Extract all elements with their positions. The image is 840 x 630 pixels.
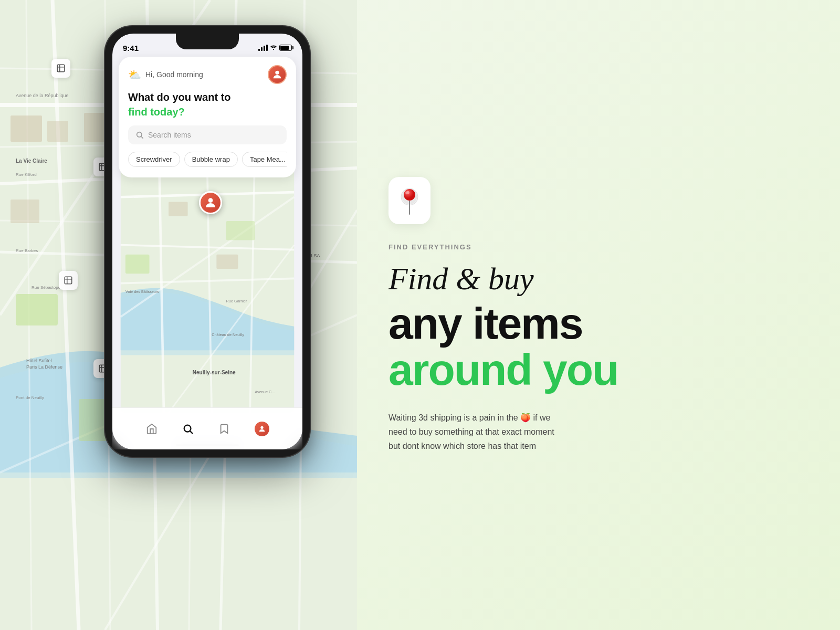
svg-rect-61 <box>226 221 255 240</box>
svg-rect-17 <box>16 294 58 326</box>
profile-avatar <box>255 422 269 436</box>
right-panel: FIND EVERYTHINGS Find & buy any items ar… <box>357 0 840 630</box>
svg-rect-60 <box>125 255 150 274</box>
svg-point-49 <box>137 132 142 137</box>
phone-notch <box>176 34 239 49</box>
bottom-tab-bar <box>112 407 302 449</box>
description-text: Waiting 3d shipping is a pain in the 🍑 i… <box>388 411 567 454</box>
svg-text:Avenue de la République: Avenue de la République <box>16 93 68 98</box>
greeting-text: Hi, Good morning <box>145 70 203 79</box>
svg-line-50 <box>141 136 143 139</box>
svg-rect-21 <box>10 116 42 142</box>
greeting-section: ⛅ Hi, Good morning <box>128 68 203 81</box>
phone-screen: 9:41 <box>112 34 302 449</box>
svg-text:Hôtel Sofitel: Hôtel Sofitel <box>26 358 52 363</box>
bookmark-icon <box>218 423 230 435</box>
tab-profile[interactable] <box>255 422 269 436</box>
headline-italic: Find & buy <box>388 261 798 296</box>
svg-text:La Vie Claire: La Vie Claire <box>16 158 47 164</box>
phone-map-svg: Neuilly-sur-Seine Château de Neuilly Voi… <box>112 149 302 413</box>
search-tab-icon <box>182 423 194 435</box>
headline-green: around you <box>388 348 798 392</box>
svg-text:Rue Sébastopol: Rue Sébastopol <box>32 285 61 290</box>
home-icon <box>146 423 158 435</box>
find-title: What do you want to <box>128 90 287 104</box>
svg-line-71 <box>190 431 193 434</box>
avatar[interactable] <box>268 65 287 84</box>
pin-icon-box <box>388 177 430 224</box>
search-icon <box>135 131 144 139</box>
tag-row: Screwdriver Bubble wrap Tape Mea... <box>128 152 287 167</box>
svg-text:Avenue C...: Avenue C... <box>255 390 275 394</box>
tab-search[interactable] <box>182 423 194 435</box>
status-time: 9:41 <box>123 44 139 52</box>
battery-icon <box>279 45 292 51</box>
svg-point-72 <box>260 426 263 428</box>
phone-mockup: 9:41 <box>105 26 315 457</box>
svg-rect-22 <box>47 121 68 142</box>
map-store-icon-3[interactable] <box>59 271 78 290</box>
svg-point-75 <box>404 189 415 201</box>
weather-icon: ⛅ <box>128 68 141 81</box>
phone-frame: 9:41 <box>105 26 310 457</box>
map-store-icon-1[interactable] <box>51 59 70 78</box>
find-subtitle: find today? <box>128 106 287 118</box>
search-bar[interactable]: Search items <box>128 125 287 144</box>
tag-tape[interactable]: Tape Mea... <box>242 152 287 167</box>
wifi-icon <box>270 44 277 52</box>
svg-point-69 <box>208 198 213 203</box>
svg-text:Paris La Défense: Paris La Défense <box>26 364 62 370</box>
signal-icon <box>258 45 268 51</box>
headline-bold: any items <box>388 301 798 345</box>
phone-map-area: Neuilly-sur-Seine Château de Neuilly Voi… <box>112 149 302 413</box>
svg-text:Rue Kilford: Rue Kilford <box>16 172 37 177</box>
status-icons <box>258 44 292 52</box>
app-card: ⛅ Hi, Good morning What do you want to f… <box>119 57 296 177</box>
svg-rect-43 <box>57 65 65 72</box>
left-panel: Avenue de la République Rue Kilford Rue … <box>0 0 357 630</box>
tab-bookmark[interactable] <box>218 423 230 435</box>
svg-text:Voie des Bâtisseurs: Voie des Bâtisseurs <box>125 289 159 294</box>
svg-rect-26 <box>10 200 39 223</box>
tag-bubble-wrap[interactable]: Bubble wrap <box>184 152 238 167</box>
tab-home[interactable] <box>146 423 158 435</box>
svg-point-47 <box>273 48 274 49</box>
pin-icon <box>397 185 422 216</box>
app-header: ⛅ Hi, Good morning <box>128 65 287 84</box>
svg-rect-62 <box>169 202 188 216</box>
svg-rect-45 <box>65 277 72 284</box>
svg-point-48 <box>275 71 279 75</box>
svg-text:Pont de Neuilly: Pont de Neuilly <box>16 395 44 400</box>
svg-text:Château de Neuilly: Château de Neuilly <box>212 332 244 337</box>
svg-text:Rue Barbes: Rue Barbes <box>16 248 38 253</box>
svg-rect-63 <box>216 255 238 269</box>
search-placeholder-text: Search items <box>148 131 191 139</box>
svg-text:Neuilly-sur-Seine: Neuilly-sur-Seine <box>193 370 236 375</box>
svg-point-70 <box>184 425 191 432</box>
category-label: FIND EVERYTHINGS <box>388 243 798 251</box>
tag-screwdriver[interactable]: Screwdriver <box>128 152 180 167</box>
svg-text:Rue Garnier: Rue Garnier <box>226 299 247 303</box>
user-location-pin <box>199 191 222 214</box>
